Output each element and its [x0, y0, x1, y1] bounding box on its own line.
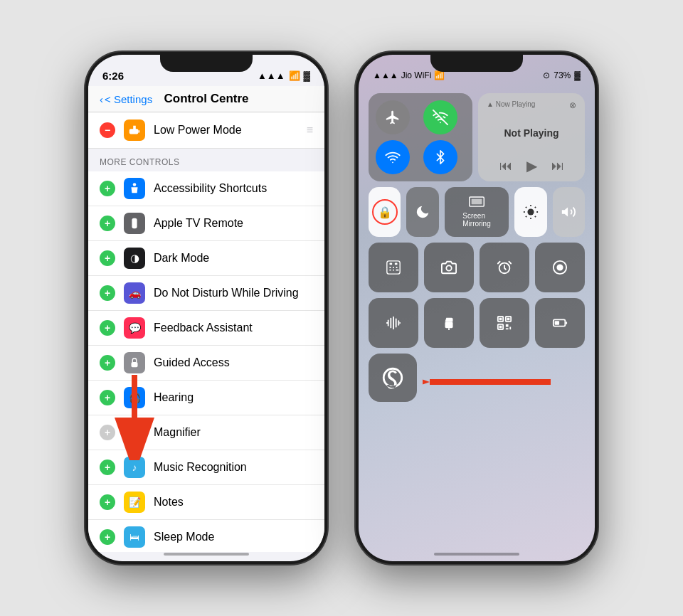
phone2-inner: ▲▲▲ Jio WiFi 📶 ⊙ 73% ▓: [359, 55, 595, 561]
hotspot-icon: [433, 110, 448, 125]
nav-title: Control Centre: [164, 92, 249, 106]
camera-btn[interactable]: [424, 243, 474, 292]
battery-widget-btn[interactable]: [535, 298, 585, 348]
add-button-8[interactable]: +: [100, 460, 115, 475]
cc-battery-icon: ▓: [574, 70, 581, 80]
hotspot-btn[interactable]: [423, 100, 457, 134]
flashlight-btn[interactable]: [424, 298, 474, 348]
moon-icon: [415, 204, 430, 220]
svg-rect-28: [393, 267, 394, 268]
add-button-7[interactable]: +: [100, 425, 115, 440]
control-row-1[interactable]: + Apple TV Remote: [88, 206, 324, 241]
svg-point-33: [446, 265, 451, 270]
svg-rect-6: [134, 224, 136, 225]
cc-row-1: ▲ Now Playing ⊗ Not Playing ⏮ ▶ ⏭: [369, 93, 585, 181]
add-button-5[interactable]: +: [100, 355, 115, 371]
add-button-2[interactable]: +: [100, 250, 115, 266]
status-icons: ▲▲▲ 📶 ▓: [258, 70, 310, 81]
add-button-1[interactable]: +: [100, 216, 115, 231]
phone-control-centre: ▲▲▲ Jio WiFi 📶 ⊙ 73% ▓: [356, 52, 598, 564]
svg-rect-46: [509, 327, 511, 330]
accessibility-icon: [124, 178, 145, 199]
settings-list[interactable]: − Low Power Mode ≡ MORE CONTROLS: [88, 112, 324, 552]
remove-button[interactable]: −: [100, 122, 115, 138]
svg-rect-44: [499, 326, 502, 329]
magnifier-icon: [124, 422, 145, 443]
phone1-inner: 6:26 ▲▲▲ 📶 ▓ ‹ < Settings Control Centre: [88, 55, 324, 561]
svg-point-4: [134, 220, 136, 222]
control-label-6: Hearing: [154, 391, 313, 404]
svg-rect-49: [555, 321, 559, 325]
phone1-content: 6:26 ▲▲▲ 📶 ▓ ‹ < Settings Control Centre: [88, 55, 324, 561]
cc-row-4: [369, 298, 585, 348]
volume-icon: [561, 204, 576, 220]
lock-icon: [128, 356, 141, 369]
control-row-4[interactable]: + 💬 Feedback Assistant: [88, 311, 324, 346]
control-row-10[interactable]: + 🛏 Sleep Mode: [88, 520, 324, 552]
cc-wifi-icon: 📶: [434, 70, 445, 80]
calculator-icon: [386, 260, 401, 275]
screen-record-btn[interactable]: [535, 243, 585, 292]
svg-point-8: [130, 428, 137, 435]
bluetooth-btn[interactable]: [423, 140, 457, 174]
nav-back-button[interactable]: ‹ < Settings: [100, 93, 152, 105]
shazam-btn[interactable]: [369, 354, 417, 402]
svg-line-22: [535, 207, 536, 208]
signal-icon: ▲▲▲: [258, 70, 285, 81]
person-icon: [128, 182, 141, 195]
notes-icon: 📝: [124, 492, 145, 513]
dnd-btn[interactable]: [406, 187, 438, 237]
control-row-0[interactable]: + Accessibility Shortcuts: [88, 171, 324, 206]
add-button-4[interactable]: +: [100, 320, 115, 336]
screen-mirror-btn[interactable]: ScreenMirroring: [445, 187, 509, 237]
qr-icon: [497, 315, 512, 331]
svg-rect-30: [390, 270, 391, 271]
alarm-btn[interactable]: [480, 243, 529, 292]
control-row-7[interactable]: + Magnifier: [88, 415, 324, 450]
now-playing-header: ▲ Now Playing: [487, 100, 535, 108]
control-label-5: Guided Access: [154, 356, 313, 369]
calculator-btn[interactable]: [369, 243, 418, 292]
bottom-indicator-1: [164, 553, 249, 556]
connectivity-block: [369, 93, 472, 181]
battery-icon: [552, 315, 568, 331]
add-button-10[interactable]: +: [100, 529, 115, 545]
nav-back-label[interactable]: < Settings: [105, 93, 152, 105]
search-icon: [128, 426, 141, 439]
add-button-3[interactable]: +: [100, 285, 115, 301]
airplane-mode-btn[interactable]: [376, 100, 410, 134]
sound-recognition-btn[interactable]: [369, 298, 418, 348]
wifi-btn[interactable]: [376, 140, 410, 174]
rewind-btn[interactable]: ⏮: [499, 159, 512, 174]
low-power-row[interactable]: − Low Power Mode ≡: [88, 112, 324, 149]
screen-mirror-icon: [469, 196, 485, 209]
add-button-6[interactable]: +: [100, 390, 115, 405]
control-row-8[interactable]: + ♪ Music Recognition: [88, 450, 324, 485]
drag-handle[interactable]: ≡: [307, 124, 313, 137]
feedback-icon: 💬: [124, 317, 145, 339]
play-btn[interactable]: ▶: [526, 157, 537, 174]
add-button-9[interactable]: +: [100, 494, 115, 510]
airplay-icon: ⊗: [569, 100, 576, 110]
control-row-3[interactable]: + 🚗 Do Not Disturb While Driving: [88, 276, 324, 311]
music-recognition-icon: ♪: [124, 457, 145, 478]
control-label-7: Magnifier: [154, 426, 313, 439]
brightness-tile[interactable]: [514, 187, 546, 237]
rotation-lock-btn[interactable]: 🔒: [369, 187, 401, 237]
cc-battery-pct: 73%: [554, 70, 571, 80]
svg-rect-25: [390, 263, 393, 265]
control-row-5[interactable]: + Guided Access: [88, 346, 324, 381]
volume-tile[interactable]: [553, 187, 585, 237]
notch-2: [430, 52, 523, 72]
control-row-9[interactable]: + 📝 Notes: [88, 485, 324, 520]
control-row-6[interactable]: + 🎧 Hearing: [88, 381, 324, 415]
control-label-2: Dark Mode: [154, 252, 313, 265]
qr-code-btn[interactable]: [480, 298, 529, 348]
camera-icon: [441, 260, 457, 275]
control-row-2[interactable]: + ◑ Dark Mode: [88, 241, 324, 276]
fast-forward-btn[interactable]: ⏭: [551, 159, 564, 174]
chevron-icon: ‹: [100, 93, 103, 105]
add-button-0[interactable]: +: [100, 181, 115, 196]
svg-rect-32: [396, 270, 399, 271]
svg-rect-47: [506, 328, 509, 329]
